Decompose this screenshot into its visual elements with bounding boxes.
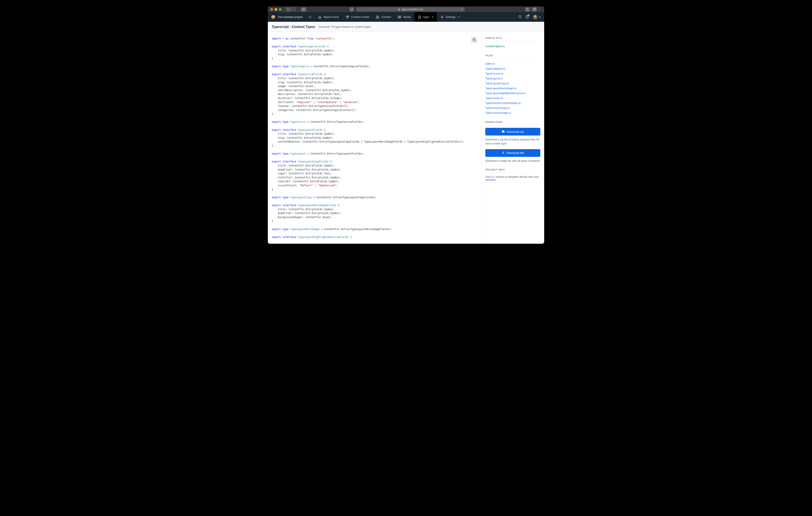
url-bar[interactable]: 🔒 app.contentful.com ↻: [356, 7, 465, 11]
file-link[interactable]: TypeLessonImage.ts: [485, 110, 540, 115]
file-link[interactable]: TypeLayoutHighlightedCourse.ts: [485, 91, 540, 96]
download-zip-desc: Download a zip file including separate f…: [485, 138, 540, 146]
top-nav: The example project Space homeContent mo…: [268, 12, 544, 22]
nav-label: Content model: [351, 16, 369, 19]
fullscreen-window-button[interactable]: [279, 8, 282, 11]
help-icon[interactable]: [526, 15, 529, 19]
nav-icon: [417, 16, 421, 19]
chevron-down-icon: ▼: [458, 16, 460, 18]
file-link[interactable]: TypeLesson.ts: [485, 96, 540, 101]
user-menu[interactable]: ▼: [533, 15, 541, 20]
file-link[interactable]: TypeLessonCopy.ts: [485, 105, 540, 110]
downloads-section: DOWNLOADS Download zip Download a zip fi…: [485, 121, 540, 163]
single-file-heading: SINGLE FILE: [485, 37, 540, 41]
download-icon: [502, 151, 505, 155]
new-tab-button[interactable]: +: [539, 8, 542, 11]
project-name: The example project: [278, 16, 303, 19]
nav-item-space-home[interactable]: Space home: [315, 12, 343, 22]
nav-label: Settings: [446, 16, 456, 19]
nav-label: Media: [403, 16, 411, 19]
env-switcher-button[interactable]: [306, 12, 314, 22]
nav-icon: [376, 16, 379, 19]
avatar: [533, 15, 538, 20]
svg-rect-16: [473, 39, 475, 41]
svg-line-13: [521, 17, 522, 18]
minimize-window-button[interactable]: [274, 8, 277, 11]
window-controls: [270, 8, 282, 11]
single-file-section: SINGLE FILE content-types.ts: [485, 37, 540, 49]
folder-icon: [502, 130, 505, 134]
reload-icon[interactable]: ↻: [461, 8, 463, 11]
nav-label: Content: [381, 16, 391, 19]
svg-rect-2: [533, 8, 535, 10]
file-link[interactable]: TypeLayoutCopy.ts: [485, 81, 540, 86]
privacy-shield-button[interactable]: [349, 7, 354, 11]
nav-item-apps[interactable]: Apps▼: [414, 12, 437, 22]
svg-point-11: [442, 17, 442, 17]
page-header: Typescript - Content Types Generate TS t…: [268, 22, 544, 32]
nav-icon: [318, 16, 322, 19]
file-link[interactable]: index.ts: [485, 61, 540, 66]
contentful-logo-icon: [271, 15, 275, 19]
single-file-link[interactable]: content-types.ts: [485, 44, 540, 49]
downloads-heading: DOWNLOADS: [485, 121, 540, 125]
project-info-text: Use CLI version to integrate directly wi…: [485, 175, 540, 181]
forward-button[interactable]: ›: [291, 7, 296, 11]
nav-item-settings[interactable]: Settings▼: [437, 12, 463, 22]
files-heading: FILES: [485, 54, 540, 59]
tabs-button[interactable]: [532, 7, 537, 11]
file-link[interactable]: TypeLayout.ts: [485, 76, 540, 81]
nav-item-content[interactable]: Content: [373, 12, 395, 22]
share-button[interactable]: [525, 7, 530, 11]
nav-item-content-model[interactable]: Content model: [343, 12, 373, 22]
file-link[interactable]: TypeCourse.ts: [485, 71, 540, 76]
nav-icon: [440, 16, 444, 19]
nav-label: Apps: [423, 16, 429, 19]
back-button[interactable]: ‹: [286, 7, 291, 11]
page-title: Typescript - Content Types: [272, 25, 315, 29]
download-file-desc: Download a single file with all types co…: [485, 159, 540, 163]
svg-point-6: [346, 16, 347, 17]
file-link[interactable]: TypeCategory.ts: [485, 66, 540, 71]
sidebar-toggle-button[interactable]: [301, 7, 307, 11]
svg-point-15: [527, 17, 527, 18]
file-link[interactable]: TypeLessonCodeSnippets.ts: [485, 101, 540, 105]
nav-item-media[interactable]: Media: [395, 12, 414, 22]
chevron-down-icon: ▼: [432, 16, 434, 18]
chevron-down-icon: ▼: [539, 16, 541, 18]
nav-label: Space home: [323, 16, 339, 19]
files-section: FILES index.tsTypeCategory.tsTypeCourse.…: [485, 54, 540, 115]
nav-icon: [398, 16, 401, 19]
svg-point-7: [348, 16, 349, 17]
lock-icon: 🔒: [398, 8, 400, 10]
download-zip-label: Download zip: [506, 130, 524, 133]
cli-link[interactable]: CLI: [491, 175, 495, 179]
code-panel: import * as Contentful from "contentful"…: [268, 32, 482, 244]
project-selector[interactable]: The example project: [268, 12, 306, 22]
file-link[interactable]: TypeLayoutHeroImage.ts: [485, 86, 540, 91]
copy-code-button[interactable]: [471, 37, 477, 43]
url-host: app.contentful.com: [402, 8, 423, 11]
close-window-button[interactable]: [270, 8, 273, 11]
page-subtitle: Generate TS types based on content types: [319, 25, 371, 28]
svg-point-12: [519, 16, 521, 18]
download-file-label: Download file: [506, 151, 524, 155]
download-file-button[interactable]: Download file: [485, 149, 540, 157]
download-zip-button[interactable]: Download zip: [485, 128, 540, 136]
generated-code[interactable]: import * as Contentful from "contentful"…: [272, 37, 477, 239]
search-icon[interactable]: [518, 15, 522, 19]
browser-titlebar: ‹ › 🔒 app.contentful.com ↻ +: [268, 6, 544, 12]
project-info-heading: PROJECT INFO: [485, 168, 540, 173]
nav-icon: [346, 16, 349, 19]
svg-rect-0: [302, 8, 305, 10]
svg-point-8: [347, 18, 348, 18]
project-info-section: PROJECT INFO Use CLI version to integrat…: [485, 168, 540, 181]
